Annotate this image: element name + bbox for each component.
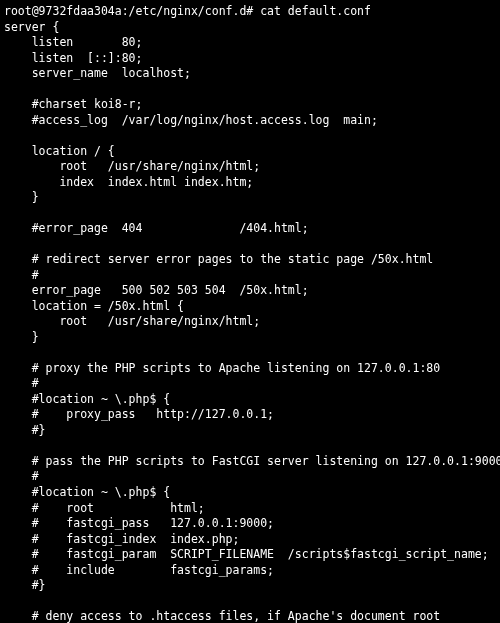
file-line: } xyxy=(4,190,39,204)
file-line: root /usr/share/nginx/html; xyxy=(4,314,260,328)
file-line: server { xyxy=(4,20,59,34)
file-line: # root html; xyxy=(4,501,205,515)
file-line: listen 80; xyxy=(4,35,142,49)
file-line: root /usr/share/nginx/html; xyxy=(4,159,260,173)
file-line: index index.html index.htm; xyxy=(4,175,253,189)
file-line: location / { xyxy=(4,144,115,158)
file-line: #error_page 404 /404.html; xyxy=(4,221,309,235)
file-line: } xyxy=(4,330,39,344)
file-line: location = /50x.html { xyxy=(4,299,184,313)
file-line: # xyxy=(4,469,39,483)
file-line: #charset koi8-r; xyxy=(4,97,142,111)
file-line: # include fastcgi_params; xyxy=(4,563,274,577)
terminal-output: root@9732fdaa304a:/etc/nginx/conf.d# cat… xyxy=(4,4,496,623)
file-line: # xyxy=(4,268,39,282)
file-line: error_page 500 502 503 504 /50x.html; xyxy=(4,283,309,297)
file-line: # fastcgi_param SCRIPT_FILENAME /scripts… xyxy=(4,547,489,561)
file-line: # xyxy=(4,376,39,390)
file-line: # fastcgi_pass 127.0.0.1:9000; xyxy=(4,516,274,530)
file-line: #location ~ \.php$ { xyxy=(4,485,170,499)
file-line: server_name localhost; xyxy=(4,66,191,80)
file-line: # proxy the PHP scripts to Apache listen… xyxy=(4,361,440,375)
file-line: # pass the PHP scripts to FastCGI server… xyxy=(4,454,500,468)
file-line: #} xyxy=(4,423,46,437)
file-line: #} xyxy=(4,578,46,592)
file-line: listen [::]:80; xyxy=(4,51,142,65)
file-line: # redirect server error pages to the sta… xyxy=(4,252,433,266)
file-line: # fastcgi_index index.php; xyxy=(4,532,239,546)
shell-prompt: root@9732fdaa304a:/etc/nginx/conf.d# cat… xyxy=(4,4,371,18)
file-line: #location ~ \.php$ { xyxy=(4,392,170,406)
file-line: # deny access to .htaccess files, if Apa… xyxy=(4,609,440,623)
file-line: #access_log /var/log/nginx/host.access.l… xyxy=(4,113,378,127)
file-line: # proxy_pass http://127.0.0.1; xyxy=(4,407,274,421)
